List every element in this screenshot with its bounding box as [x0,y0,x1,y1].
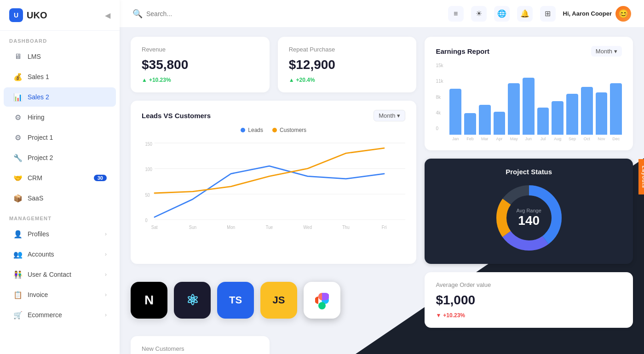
avg-order-card: Average Order value $1,000 ▼ +10.23% [425,272,633,328]
avg-order-change: ▼ +10.23% [436,312,622,319]
sales2-icon: 📊 [13,92,23,102]
chart-bar[interactable] [464,113,476,135]
sidebar-item-invoice[interactable]: 📋 Invoice › [4,285,116,304]
user-contact-chevron-icon: › [105,271,107,278]
sidebar-item-hiring[interactable]: ⚙ Hiring [4,108,116,127]
chart-bar-label: Jun [525,137,532,141]
logo-icon: U [9,8,23,22]
layouts-tab[interactable]: Layouts [638,159,644,194]
svg-text:Fri: Fri [382,224,387,230]
crm-icon: 🤝 [13,173,23,183]
project1-icon: ⚙ [13,132,23,143]
new-customers-card: New Customers 143 ▼ +10.23% [131,336,270,354]
leads-legend-item: Leads [241,127,263,133]
chart-bar-group: Dec [610,75,622,141]
topbar-right: ≡ ☀ 🌐 🔔 ⊞ Hi, Aaron Cooper 😊 [448,6,631,22]
chart-bar[interactable] [449,89,461,135]
sidebar-item-profiles[interactable]: 👤 Profiles › [4,224,116,244]
chart-bar[interactable] [596,92,608,135]
svg-text:150: 150 [145,141,152,147]
earnings-filter-label: Month [596,48,612,55]
chart-bar-group: Feb [464,75,476,141]
svg-text:Tue: Tue [266,224,273,230]
sidebar-item-crm[interactable]: 🤝 CRM 30 [4,168,116,188]
notification-icon-button[interactable]: 🔔 [517,6,533,22]
chart-bar-label: Jan [452,137,459,141]
chart-bar[interactable] [537,108,549,135]
chart-bar[interactable] [494,112,506,135]
avg-range-label: Avg Range [517,208,541,213]
theme-icon-button[interactable]: ☀ [471,6,487,22]
main-content: 🔍 ≡ ☀ 🌐 🔔 ⊞ Hi, Aaron Cooper 😊 Revenue $… [120,0,644,354]
sidebar-item-label: Sales 2 [28,93,49,101]
repeat-purchase-change-value: +20.4% [296,77,315,83]
typescript-icon[interactable]: TS [217,282,254,319]
sidebar-item-user-contact[interactable]: 👫 User & Contact › [4,265,116,284]
donut-chart: Avg Range 140 [492,181,566,255]
sidebar-item-project2[interactable]: 🔧 Project 2 [4,148,116,167]
apps-icon-button[interactable]: ⊞ [540,6,556,22]
leads-chart-card: Leads VS Customers Month ▾ Leads Custome… [131,101,416,264]
search-bar: 🔍 [132,9,443,19]
user-contact-icon: 👫 [13,269,23,280]
javascript-icon[interactable]: JS [260,282,297,319]
sidebar-item-label: Invoice [28,291,48,298]
saas-icon: 📦 [13,193,23,203]
svg-text:0: 0 [145,218,147,223]
leads-filter-dropdown[interactable]: Month ▾ [374,110,405,121]
topbar: 🔍 ≡ ☀ 🌐 🔔 ⊞ Hi, Aaron Cooper 😊 [120,0,644,28]
sidebar-item-accounts[interactable]: 👥 Accounts › [4,245,116,264]
chart-bar-label: Feb [466,137,474,141]
sidebar-collapse-button[interactable]: ◀ [105,11,110,20]
nextjs-icon[interactable]: N [131,282,167,319]
sidebar-item-label: SaaS [28,194,43,202]
accounts-icon: 👥 [13,249,23,259]
chart-bar[interactable] [479,105,491,135]
chart-bar[interactable] [508,83,520,135]
filter-icon-button[interactable]: ≡ [448,6,464,22]
project-status-title: Project Status [506,168,552,176]
chart-bar[interactable] [523,78,535,135]
sidebar-item-saas[interactable]: 📦 SaaS [4,188,116,208]
sidebar-item-project1[interactable]: ⚙ Project 1 [4,128,116,147]
chart-bar-group: Aug [552,75,564,141]
content-area: Revenue $35,800 ▲ +10.23% Repeat Purchas… [120,28,644,354]
revenue-label: Revenue [142,46,259,53]
chevron-down-icon: ▾ [614,48,617,55]
repeat-purchase-value: $12,900 [289,57,406,72]
sidebar-item-label: Sales 1 [28,73,49,80]
revenue-value: $35,800 [142,57,259,72]
svg-text:Sat: Sat [151,224,158,230]
project-status-card: Project Status Avg Range 140 [425,159,633,264]
chart-bar[interactable] [610,83,622,135]
chart-bar[interactable] [566,94,578,135]
project2-icon: 🔧 [13,153,23,163]
user-info[interactable]: Hi, Aaron Cooper 😊 [563,6,631,22]
sidebar-item-label: Ecommerce [28,311,62,319]
chart-bar-label: May [510,137,518,141]
new-customers-label: New Customers [142,345,259,352]
sidebar-item-label: CRM [28,174,42,182]
earnings-filter-dropdown[interactable]: Month ▾ [591,46,622,57]
sidebar-item-ecommerce[interactable]: 🛒 Ecommerce › [4,305,116,325]
content-grid: Revenue $35,800 ▲ +10.23% Repeat Purchas… [131,37,633,354]
svg-text:Mon: Mon [227,224,235,230]
chart-bar[interactable] [552,101,564,135]
chart-bar-group: Mar [479,75,491,141]
search-input[interactable] [146,10,238,17]
sidebar-item-sales2[interactable]: 📊 Sales 2 [4,87,116,107]
sidebar-item-lms[interactable]: 🖥 LMS [4,47,116,66]
chart-bar[interactable] [581,87,593,135]
leads-line-chart: 150 100 50 0 Sat [142,138,405,230]
tech-icons-row: N ⚛ TS JS [131,272,416,328]
figma-icon[interactable] [304,282,340,319]
chart-bar-label: Dec [612,137,620,141]
crm-badge: 30 [94,175,107,181]
earnings-y-axis: 15k 11k 8k 4k 0 [436,63,443,131]
revenue-arrow-icon: ▲ [142,77,147,83]
ecommerce-icon: 🛒 [13,310,23,320]
logo-text: UKO [27,10,47,21]
language-icon-button[interactable]: 🌐 [494,6,510,22]
sidebar-item-sales1[interactable]: 💰 Sales 1 [4,67,116,86]
react-icon[interactable]: ⚛ [174,282,211,319]
